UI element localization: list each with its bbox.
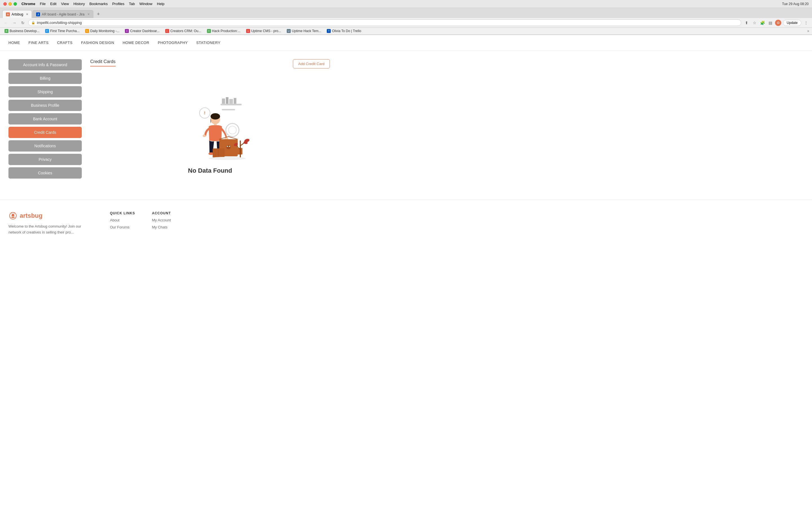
tab-artsbug-close[interactable]: ✕ (26, 13, 28, 16)
footer-link-my-account[interactable]: My Account (152, 218, 171, 222)
tab-jira[interactable]: J AR board - Agile board - Jira ✕ (33, 10, 93, 18)
bookmark-label: Uptime Hack Tem... (292, 29, 321, 33)
nav-home-decor[interactable]: HOME DECOR (123, 41, 149, 45)
profile-avatar[interactable]: O (775, 20, 781, 26)
bookmark-icon: T (327, 29, 331, 33)
no-data-text: No Data Found (188, 167, 232, 174)
bookmark-icon: B (4, 29, 8, 33)
footer-link-forums[interactable]: Our Forums (110, 225, 135, 229)
app-menu-help[interactable]: Help (157, 2, 165, 6)
no-data-area: ! (90, 68, 330, 191)
jira-favicon: J (36, 12, 40, 16)
bookmark-button[interactable]: ☆ (751, 20, 758, 26)
sidebar-item-cookies[interactable]: Cookies (8, 167, 82, 179)
sidebar-item-billing[interactable]: Billing (8, 73, 82, 84)
svg-point-20 (229, 146, 230, 147)
sidebar-item-privacy[interactable]: Privacy (8, 154, 82, 165)
app-menu-edit[interactable]: Edit (50, 2, 56, 6)
footer-link-my-chats[interactable]: My Chats (152, 225, 171, 229)
tab-artsbug-label: Artsbug (11, 12, 23, 16)
bookmark-icon: F (45, 29, 49, 33)
svg-point-30 (209, 157, 246, 160)
bookmark-daily-monitoring[interactable]: D Daily Monitoring -... (84, 29, 121, 34)
address-bar[interactable]: 🔒 impelfit.com/billing-shipping (28, 19, 741, 26)
sidebar-item-notifications[interactable]: Notifications (8, 140, 82, 152)
extensions-button[interactable]: 🧩 (759, 20, 765, 26)
bookmark-label: Hack Production:... (212, 29, 241, 33)
svg-rect-5 (234, 98, 236, 104)
svg-rect-2 (222, 99, 225, 104)
bookmarks-more[interactable]: » (807, 29, 809, 33)
tab-artsbug[interactable]: A Artsbug ✕ (2, 10, 32, 18)
footer-account: ACCOUNT My Account My Chats (152, 211, 171, 235)
sidebar-item-bank-account[interactable]: Bank Account (8, 113, 82, 124)
app-menu-tab[interactable]: Tab (129, 2, 135, 6)
bookmark-icon: U (246, 29, 250, 33)
svg-rect-0 (220, 104, 242, 105)
minimize-window-button[interactable] (8, 2, 12, 6)
nav-crafts[interactable]: CRAFTS (57, 41, 72, 45)
sidebar-button[interactable]: ▤ (767, 20, 773, 26)
quick-links-title: QUICK LINKS (110, 211, 135, 215)
sidebar-item-credit-cards[interactable]: Credit Cards (8, 127, 82, 138)
footer: artsbug Welcome to the Artsbug community… (0, 200, 812, 241)
bookmark-creators-crm[interactable]: C Creators CRM: Ou... (163, 29, 203, 34)
url-display: impelfit.com/billing-shipping (37, 20, 738, 25)
nav-home[interactable]: HOME (8, 41, 20, 45)
tabs-bar: A Artsbug ✕ J AR board - Agile board - J… (0, 8, 812, 18)
app-menu-window[interactable]: Window (139, 2, 152, 6)
nav-fine-arts[interactable]: FINE ARTS (29, 41, 49, 45)
add-credit-card-button[interactable]: Add Credit Card (293, 59, 330, 68)
toolbar-right: ⬆ ☆ 🧩 ▤ O Update ⋮ (744, 20, 809, 26)
app-menu-bookmarks[interactable]: Bookmarks (89, 2, 108, 6)
sidebar-item-business-profile[interactable]: Business Profile (8, 100, 82, 111)
close-window-button[interactable] (3, 2, 7, 6)
app-menu-file[interactable]: File (40, 2, 46, 6)
svg-point-14 (203, 135, 206, 137)
svg-rect-1 (222, 109, 235, 110)
panel-title: Credit Cards (90, 59, 116, 66)
new-tab-button[interactable]: + (95, 11, 102, 17)
svg-point-7 (229, 126, 236, 134)
maximize-window-button[interactable] (13, 2, 17, 6)
forward-button[interactable]: → (11, 20, 17, 26)
reload-button[interactable]: ↻ (20, 20, 26, 26)
bookmark-first-time[interactable]: F First Time Purcha... (43, 29, 81, 34)
nav-stationery[interactable]: STATIONERY (196, 41, 220, 45)
lock-icon: 🔒 (31, 21, 35, 24)
update-button[interactable]: Update (783, 20, 801, 26)
bookmark-label: Creator Dashboar... (130, 29, 160, 33)
sidebar-item-shipping[interactable]: Shipping (8, 86, 82, 98)
bookmark-label: Daily Monitoring -... (90, 29, 119, 33)
macos-menu: Chrome File Edit View History Bookmarks … (21, 2, 164, 6)
back-button[interactable]: ← (3, 20, 9, 26)
browser-toolbar: ← → ↻ 🔒 impelfit.com/billing-shipping ⬆ … (0, 18, 812, 27)
svg-rect-3 (226, 97, 229, 104)
svg-text:!: ! (204, 110, 206, 115)
menu-button[interactable]: ⋮ (803, 20, 809, 26)
sidebar-item-account-info[interactable]: Account Info & Password (8, 59, 82, 70)
footer-link-about[interactable]: About (110, 218, 135, 222)
artsbug-favicon: A (6, 12, 10, 16)
tab-jira-close[interactable]: ✕ (87, 13, 90, 16)
bookmark-uptime-cms[interactable]: U Uptime CMS - pro... (245, 29, 283, 34)
footer-top: artsbug Welcome to the Artsbug community… (8, 211, 804, 235)
bookmark-uptime-hack[interactable]: U Uptime Hack Tem... (285, 29, 323, 34)
bookmark-label: Creators CRM: Ou... (170, 29, 201, 33)
nav-photography[interactable]: PHOTOGRAPHY (158, 41, 188, 45)
app-menu-view[interactable]: View (61, 2, 69, 6)
bookmark-creator-dashboard[interactable]: C Creator Dashboar... (123, 29, 161, 34)
no-data-illustration: ! (170, 86, 250, 164)
sidebar: Account Info & Password Billing Shipping… (8, 59, 82, 191)
app-menu-profiles[interactable]: Profiles (112, 2, 124, 6)
footer-logo: artsbug Welcome to the Artsbug community… (8, 211, 93, 235)
app-menu-history[interactable]: History (73, 2, 85, 6)
bookmark-hack-production[interactable]: H Hack Production:... (205, 29, 242, 34)
app-menu-chrome[interactable]: Chrome (21, 2, 35, 6)
bookmark-icon: H (207, 29, 211, 33)
share-button[interactable]: ⬆ (744, 20, 750, 26)
svg-point-18 (226, 145, 231, 149)
bookmark-olivia-todo[interactable]: T Olivia To Do | Trello (325, 29, 363, 34)
bookmark-business-develop[interactable]: B Business Develop... (3, 29, 41, 34)
nav-fashion-design[interactable]: FASHION DESIGN (81, 41, 114, 45)
